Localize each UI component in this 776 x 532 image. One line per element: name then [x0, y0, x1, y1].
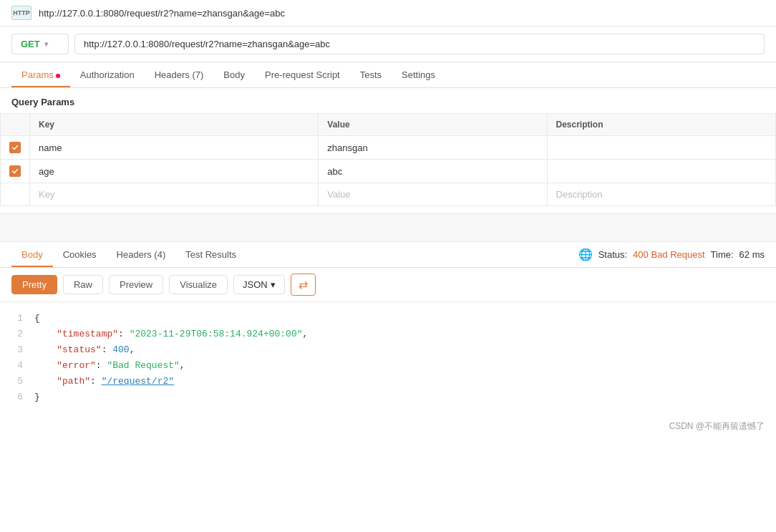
- preview-button[interactable]: Preview: [109, 275, 163, 294]
- col-desc-header: Description: [547, 114, 775, 136]
- method-dropdown[interactable]: GET ▾: [11, 34, 69, 54]
- method-label: GET: [21, 39, 40, 49]
- wrap-button[interactable]: ⇄: [291, 274, 316, 296]
- line-num-5: 5: [11, 374, 23, 390]
- tab-prerequest[interactable]: Pre-request Script: [255, 62, 350, 87]
- json-format-select[interactable]: JSON ▾: [233, 275, 285, 294]
- row2-check-cell: [1, 160, 30, 183]
- row1-checkbox[interactable]: [9, 142, 21, 153]
- row2-checkbox[interactable]: [9, 165, 21, 177]
- raw-button[interactable]: Raw: [63, 275, 103, 294]
- col-check-header: [1, 114, 30, 136]
- code-line-4: 4 "error": "Bad Request",: [11, 358, 765, 374]
- code-content-3: "status": 400,: [34, 342, 135, 358]
- section-title: Query Params: [0, 88, 776, 113]
- response-tabs-left: Body Cookies Headers (4) Test Results: [11, 242, 246, 267]
- row1-key[interactable]: name: [30, 136, 319, 160]
- tab-headers[interactable]: Headers (7): [145, 62, 214, 87]
- line-num-6: 6: [11, 390, 23, 405]
- row2-value[interactable]: abc: [319, 160, 547, 183]
- tab-body[interactable]: Body: [213, 62, 255, 87]
- empty-key[interactable]: Key: [30, 183, 319, 206]
- tab-settings[interactable]: Settings: [392, 62, 445, 87]
- wrap-icon: ⇄: [299, 278, 308, 291]
- line-num-4: 4: [11, 358, 23, 374]
- globe-icon: 🌐: [578, 248, 593, 261]
- code-line-3: 3 "status": 400,: [11, 342, 765, 358]
- url-input[interactable]: [74, 34, 765, 54]
- query-params-section: Query Params Key Value Description: [0, 88, 776, 206]
- empty-desc[interactable]: Description: [547, 183, 775, 206]
- time-label: Time:: [711, 249, 734, 260]
- row2-desc[interactable]: [547, 160, 775, 183]
- response-tab-headers[interactable]: Headers (4): [107, 242, 176, 267]
- col-key-header: Key: [30, 114, 319, 136]
- line-num-1: 1: [11, 311, 23, 327]
- time-value: 62 ms: [739, 249, 765, 260]
- code-line-6: 6 }: [11, 390, 765, 405]
- chevron-down-icon: ▾: [44, 40, 48, 48]
- row1-desc[interactable]: [547, 136, 775, 160]
- tab-authorization[interactable]: Authorization: [70, 62, 145, 87]
- response-section: Body Cookies Headers (4) Test Results 🌐 …: [0, 242, 776, 438]
- tab-params[interactable]: Params: [11, 62, 70, 87]
- watermark: CSDN @不能再留遗憾了: [0, 415, 776, 438]
- response-code-area: 1 { 2 "timestamp": "2023-11-29T06:58:14.…: [0, 302, 776, 415]
- json-label: JSON: [243, 279, 268, 290]
- row1-value[interactable]: zhansgan: [319, 136, 547, 160]
- code-content-1: {: [34, 311, 40, 327]
- title-bar: HTTP http://127.0.0.1:8080/request/r2?na…: [0, 0, 776, 26]
- code-line-2: 2 "timestamp": "2023-11-29T06:58:14.924+…: [11, 327, 765, 342]
- json-chevron-icon: ▾: [271, 279, 276, 290]
- response-tab-body[interactable]: Body: [11, 242, 53, 267]
- code-content-6: }: [34, 390, 40, 405]
- tab-tests[interactable]: Tests: [350, 62, 392, 87]
- code-content-5: "path": "/request/r2": [34, 374, 174, 390]
- empty-value[interactable]: Value: [319, 183, 547, 206]
- table-row: name zhansgan: [1, 136, 776, 160]
- response-tab-cookies[interactable]: Cookies: [53, 242, 107, 267]
- request-bar: GET ▾: [0, 26, 776, 62]
- params-table: Key Value Description name: [0, 113, 776, 206]
- http-icon: HTTP: [11, 6, 31, 20]
- title-url: http://127.0.0.1:8080/request/r2?name=zh…: [39, 8, 285, 19]
- code-content-2: "timestamp": "2023-11-29T06:58:14.924+00…: [34, 327, 308, 342]
- pretty-button[interactable]: Pretty: [11, 275, 57, 294]
- col-value-header: Value: [319, 114, 547, 136]
- row2-key[interactable]: age: [30, 160, 319, 183]
- line-num-2: 2: [11, 327, 23, 342]
- table-row: age abc: [1, 160, 776, 183]
- response-tab-testresults[interactable]: Test Results: [175, 242, 246, 267]
- request-tabs-bar: Params Authorization Headers (7) Body Pr…: [0, 62, 776, 88]
- code-line-5: 5 "path": "/request/r2": [11, 374, 765, 390]
- status-label: Status:: [598, 249, 627, 260]
- status-value: 400 Bad Request: [633, 249, 704, 260]
- visualize-button[interactable]: Visualize: [169, 275, 228, 294]
- response-tabs-bar: Body Cookies Headers (4) Test Results 🌐 …: [0, 242, 776, 268]
- params-dot: [56, 74, 60, 78]
- section-divider: [0, 213, 776, 242]
- code-line-1: 1 {: [11, 311, 765, 327]
- response-format-bar: Pretty Raw Preview Visualize JSON ▾ ⇄: [0, 268, 776, 302]
- response-status-bar: 🌐 Status: 400 Bad Request Time: 62 ms: [578, 248, 765, 261]
- line-num-3: 3: [11, 342, 23, 358]
- code-content-4: "error": "Bad Request",: [34, 358, 185, 374]
- row1-check-cell: [1, 136, 30, 160]
- empty-table-row: Key Value Description: [1, 183, 776, 206]
